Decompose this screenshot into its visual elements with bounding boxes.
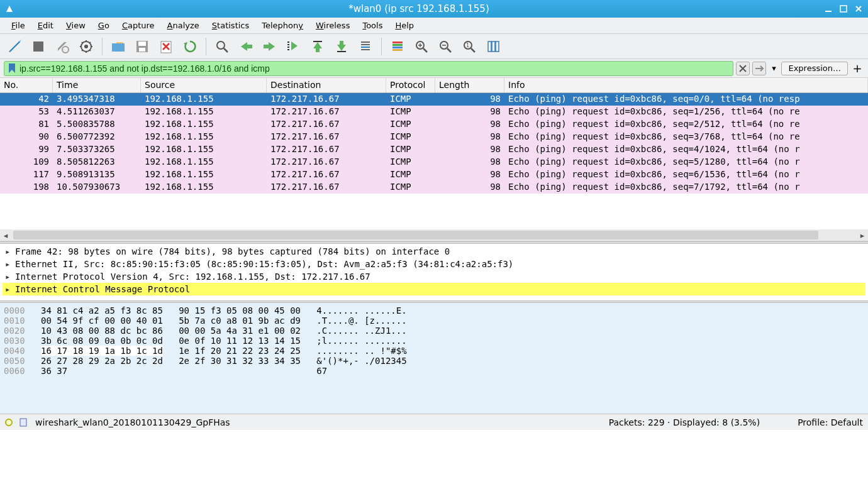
colorize-button[interactable]: [387, 36, 408, 57]
svg-rect-20: [337, 51, 346, 52]
svg-point-5: [84, 45, 88, 48]
menu-capture[interactable]: Capture: [117, 19, 160, 32]
svg-rect-37: [20, 419, 26, 426]
minimize-button[interactable]: [824, 4, 833, 13]
status-packets: Packets: 229 · Displayed: 8 (3.5%): [609, 417, 760, 427]
status-profile[interactable]: Profile: Default: [798, 417, 863, 427]
menu-analyze[interactable]: Analyze: [162, 19, 204, 32]
zoom-out-button[interactable]: [435, 36, 456, 57]
zoom-reset-button[interactable]: 1: [459, 36, 480, 57]
svg-rect-8: [138, 41, 146, 46]
detail-row[interactable]: ▸Frame 42: 98 bytes on wire (784 bits), …: [3, 245, 865, 258]
close-button[interactable]: [854, 4, 863, 13]
app-menu-icon[interactable]: [5, 4, 14, 13]
resize-columns-button[interactable]: [482, 36, 504, 57]
edit-capture-comment-icon[interactable]: [19, 417, 29, 427]
packet-row[interactable]: 997.503373265192.168.1.155172.217.16.67I…: [0, 143, 868, 156]
start-capture-button[interactable]: [4, 36, 25, 57]
svg-point-11: [217, 41, 225, 49]
packet-list-header: No. Time Source Destination Protocol Len…: [0, 78, 868, 93]
filter-bookmark-icon[interactable]: [7, 63, 17, 74]
expand-arrow-icon[interactable]: ▸: [5, 284, 11, 294]
toolbar-separator: [102, 38, 103, 55]
column-destination[interactable]: Destination: [267, 78, 386, 92]
menu-go[interactable]: Go: [93, 19, 114, 32]
go-forward-button[interactable]: [259, 36, 281, 57]
packet-row[interactable]: 1098.505812263192.168.1.155172.217.16.67…: [0, 156, 868, 168]
menu-help[interactable]: Help: [390, 19, 419, 32]
add-filter-button[interactable]: +: [850, 62, 864, 75]
go-to-first-button[interactable]: [307, 36, 328, 57]
packet-list-hscroll[interactable]: ◂ ▸: [0, 229, 868, 241]
expert-info-icon[interactable]: [5, 419, 13, 426]
capture-options-button[interactable]: [75, 36, 97, 57]
menu-edit[interactable]: Edit: [33, 19, 58, 32]
column-time[interactable]: Time: [53, 78, 141, 92]
menu-statistics[interactable]: Statistics: [207, 19, 254, 32]
packet-row[interactable]: 1179.508913135192.168.1.155172.217.16.67…: [0, 168, 868, 181]
window-title: *wlan0 (ip src 192.168.1.155): [14, 3, 824, 14]
maximize-button[interactable]: [839, 4, 848, 13]
expression-button[interactable]: Expression…: [781, 62, 848, 75]
save-file-button[interactable]: [131, 36, 153, 57]
svg-rect-25: [361, 49, 370, 50]
packet-row[interactable]: 534.511263037192.168.1.155172.217.16.67I…: [0, 106, 868, 118]
expand-arrow-icon[interactable]: ▸: [5, 272, 11, 282]
scroll-right-arrow[interactable]: ▸: [857, 229, 868, 241]
packet-row[interactable]: 19810.507930673192.168.1.155172.217.16.6…: [0, 181, 868, 194]
svg-rect-9: [139, 48, 145, 52]
restart-capture-button[interactable]: [52, 36, 73, 57]
go-back-button[interactable]: [235, 36, 257, 57]
svg-rect-18: [313, 41, 322, 42]
menu-file[interactable]: File: [6, 19, 30, 32]
stop-capture-button[interactable]: [28, 36, 49, 57]
open-file-button[interactable]: [108, 36, 129, 57]
svg-rect-13: [264, 45, 270, 48]
filter-bar: ▾ Expression… +: [0, 59, 868, 78]
packet-row[interactable]: 906.500772392192.168.1.155172.217.16.67I…: [0, 131, 868, 143]
expand-arrow-icon[interactable]: ▸: [5, 259, 11, 269]
menu-tools[interactable]: Tools: [357, 19, 387, 32]
svg-rect-19: [316, 47, 320, 52]
svg-rect-36: [496, 41, 499, 52]
svg-rect-35: [492, 41, 495, 52]
close-file-button[interactable]: [155, 36, 177, 57]
svg-rect-27: [392, 44, 403, 46]
menu-telephony[interactable]: Telephony: [257, 19, 308, 32]
status-file: wireshark_wlan0_20180101130429_GpFHas: [35, 417, 230, 427]
filter-text-input[interactable]: [19, 63, 730, 74]
find-packet-button[interactable]: [211, 36, 233, 57]
go-to-last-button[interactable]: [331, 36, 352, 57]
auto-scroll-button[interactable]: [355, 36, 376, 57]
title-bar: *wlan0 (ip src 192.168.1.155): [0, 0, 868, 18]
column-source[interactable]: Source: [141, 78, 267, 92]
column-no[interactable]: No.: [0, 78, 53, 92]
go-to-packet-button[interactable]: [283, 36, 304, 57]
column-length[interactable]: Length: [435, 78, 504, 92]
clear-filter-button[interactable]: [736, 62, 750, 75]
packet-row[interactable]: 423.495347318192.168.1.155172.217.16.67I…: [0, 93, 868, 106]
status-bar: wireshark_wlan0_20180101130429_GpFHas Pa…: [0, 414, 868, 430]
menu-wireless[interactable]: Wireless: [311, 19, 355, 32]
svg-rect-23: [361, 44, 370, 45]
column-protocol[interactable]: Protocol: [386, 78, 435, 92]
svg-rect-0: [825, 11, 832, 12]
scroll-left-arrow[interactable]: ◂: [0, 229, 11, 241]
filter-history-button[interactable]: ▾: [769, 62, 779, 75]
svg-rect-6: [112, 43, 125, 52]
packet-row[interactable]: 815.500835788192.168.1.155172.217.16.67I…: [0, 118, 868, 131]
scroll-thumb[interactable]: [13, 231, 818, 239]
zoom-in-button[interactable]: [411, 36, 432, 57]
apply-filter-button[interactable]: [752, 62, 766, 75]
svg-rect-14: [287, 41, 289, 43]
display-filter-input[interactable]: [4, 61, 733, 76]
expand-arrow-icon[interactable]: ▸: [5, 246, 11, 256]
detail-row[interactable]: ▸Internet Control Message Protocol: [3, 283, 865, 295]
reload-file-button[interactable]: [179, 36, 201, 57]
svg-rect-16: [287, 47, 289, 48]
menu-view[interactable]: View: [61, 19, 91, 32]
packet-bytes[interactable]: 0000 34 81 c4 a2 a5 f3 8c 85 90 15 f3 05…: [0, 303, 868, 414]
detail-row[interactable]: ▸Internet Protocol Version 4, Src: 192.1…: [3, 270, 865, 283]
detail-row[interactable]: ▸Ethernet II, Src: 8c:85:90:15:f3:05 (8c…: [3, 258, 865, 270]
column-info[interactable]: Info: [504, 78, 868, 92]
